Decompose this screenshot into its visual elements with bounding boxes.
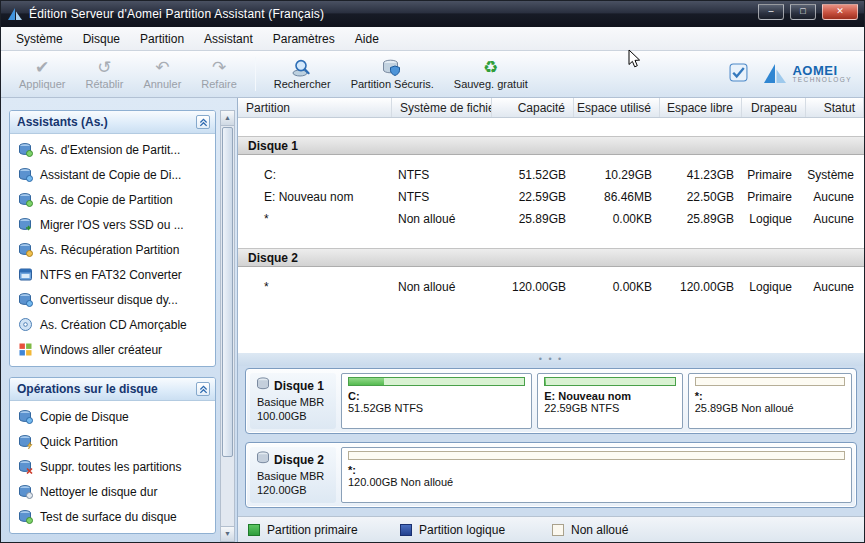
sidebar-item-disk-surface-test[interactable]: Test de surface du disque (10, 504, 215, 529)
redo-button[interactable]: Refaire ↷ Refaire (191, 53, 246, 95)
partition-row-c[interactable]: C: NTFS 51.52GB 10.29GB 41.23GB Primaire… (238, 164, 864, 186)
collapse-icon[interactable] (196, 115, 210, 129)
disk-group-header-1[interactable]: Disque 1 (238, 136, 864, 155)
undo-label: Annuler (143, 78, 181, 90)
disk-1-info[interactable]: Disque 1 Basique MBR 100.00GB (250, 373, 336, 429)
partition-block-e[interactable]: E: Nouveau nom 22.59GB NTFS (537, 373, 683, 429)
panel-wizards-title: Assistants (As.) (17, 115, 108, 129)
sidebar-item-partition-copy-wizard[interactable]: As. de Copie de Partition (10, 187, 215, 212)
legend-primary: Partition primaire (248, 523, 400, 537)
partition-block-unallocated-2[interactable]: *: 120.00GB Non alloué (341, 447, 852, 503)
maximize-button[interactable]: □ (790, 4, 816, 20)
disk-1-type: Basique MBR (256, 396, 334, 408)
migrate-icon (18, 217, 33, 232)
disk-2-info[interactable]: Disque 2 Basique MBR 120.00GB (250, 447, 336, 503)
disk-2-type: Basique MBR (256, 470, 334, 482)
scrollbar-thumb[interactable] (222, 127, 233, 457)
menubar: Système Disque Partition Assistant Param… (1, 27, 864, 51)
minimize-button[interactable]: – (758, 4, 784, 20)
legend-primary-swatch (248, 524, 260, 536)
aomei-logo-icon (762, 63, 788, 85)
disk-copy-icon (18, 409, 33, 424)
quick-partition-icon (18, 434, 33, 449)
scroll-up-icon[interactable]: ▲ (221, 111, 234, 126)
wizard-disk-icon (18, 142, 33, 157)
feedback-checkbox-icon[interactable] (729, 63, 748, 85)
partition-row-unallocated-2[interactable]: * Non alloué 120.00GB 0.00KB 120.00GB Lo… (238, 276, 864, 298)
legend-logical: Partition logique (400, 523, 552, 537)
sidebar-item-bootable-cd-wizard[interactable]: As. Création CD Amorçable (10, 312, 215, 337)
sidebar-scrollbar[interactable]: ▲ ▼ (220, 110, 235, 542)
legend-unallocated-swatch (552, 524, 564, 536)
menu-disque[interactable]: Disque (74, 29, 129, 49)
sidebar-item-migrate-os-to-ssd[interactable]: Migrer l'OS vers SSD ou ... (10, 212, 215, 237)
window-controls: – □ ✕ (758, 1, 858, 27)
disk-icon (256, 451, 270, 468)
brand-tagline: TECHNOLOGY (792, 77, 852, 84)
sidebar-item-extend-partition-wizard[interactable]: As. d'Extension de Partit... (10, 137, 215, 162)
scroll-down-icon[interactable]: ▼ (221, 526, 234, 541)
partition-block-unallocated-1[interactable]: *: 25.89GB Non alloué (688, 373, 852, 429)
converter-icon (18, 267, 33, 282)
redo-arrow-icon: ↷ (212, 59, 226, 77)
undo-icon: ↶ (155, 59, 169, 77)
disk-panel-1: Disque 1 Basique MBR 100.00GB C: 51.52GB… (245, 368, 857, 434)
secure-partition-label: Partition Sécuris. (351, 78, 434, 90)
usage-bar (695, 377, 845, 386)
sidebar: Assistants (As.) As. d'Extension de Part… (1, 98, 237, 542)
wipe-icon (18, 484, 33, 499)
sidebar-item-disk-copy[interactable]: Copie de Disque (10, 404, 215, 429)
collapse-icon[interactable] (196, 382, 210, 396)
column-free-space[interactable]: Espace libre (660, 98, 742, 117)
column-status[interactable]: Statut (806, 98, 864, 117)
discard-button[interactable]: ↺ Rétablir (75, 53, 133, 95)
splitter-handle[interactable]: • • • (238, 353, 864, 366)
column-capacity[interactable]: Capacité (492, 98, 574, 117)
free-backup-button[interactable]: ♻ Sauveg. gratuit (444, 53, 538, 95)
sidebar-item-ntfs-to-fat32-converter[interactable]: NTFS en FAT32 Converter (10, 262, 215, 287)
app-window: Édition Serveur d'Aomei Partition Assist… (0, 0, 865, 543)
disk-map: Disque 1 Basique MBR 100.00GB C: 51.52GB… (238, 366, 864, 516)
undo-button[interactable]: ↶ Annuler (133, 53, 191, 95)
panel-disk-operations: Opérations sur le disque Copie de Disque (9, 377, 216, 534)
sidebar-item-quick-partition[interactable]: Quick Partition (10, 429, 215, 454)
splitter-dots-icon: • • • (539, 357, 563, 362)
partition-row-e[interactable]: E: Nouveau nom NTFS 22.59GB 86.46MB 22.5… (238, 186, 864, 208)
apply-check-icon: ✔ (35, 59, 49, 77)
disk-icon (256, 377, 270, 394)
sidebar-item-delete-all-partitions[interactable]: Suppr. toutes les partitions (10, 454, 215, 479)
column-filesystem[interactable]: Système de fichier (392, 98, 492, 117)
apply-button[interactable]: ✔ Appliquer (9, 53, 75, 95)
main-area: Partition Système de fichier Capacité Es… (237, 98, 864, 542)
menu-aide[interactable]: Aide (346, 29, 388, 49)
disk-group-header-2[interactable]: Disque 2 (238, 248, 864, 267)
sidebar-item-wipe-hard-drive[interactable]: Nettoyer le disque dur (10, 479, 215, 504)
column-partition[interactable]: Partition (238, 98, 392, 117)
rescan-label: Rechercher (274, 78, 331, 90)
disk-1-size: 100.00GB (256, 410, 334, 422)
column-used-space[interactable]: Espace utilisé (574, 98, 660, 117)
legend-unallocated: Non alloué (552, 523, 704, 537)
partition-block-c[interactable]: C: 51.52GB NTFS (341, 373, 532, 429)
panel-wizards-header[interactable]: Assistants (As.) (10, 111, 215, 134)
rescan-button[interactable]: Rechercher (264, 53, 341, 95)
menu-partition[interactable]: Partition (131, 29, 193, 49)
sidebar-item-windows-to-go-creator[interactable]: Windows aller créateur (10, 337, 215, 362)
sidebar-item-partition-recovery-wizard[interactable]: As. Récupération Partition (10, 237, 215, 262)
menu-parametres[interactable]: Paramètres (264, 29, 344, 49)
sidebar-item-dynamic-disk-converter[interactable]: Convertisseur disque dy... (10, 287, 215, 312)
titlebar: Édition Serveur d'Aomei Partition Assist… (1, 1, 864, 27)
menu-systeme[interactable]: Système (7, 29, 72, 49)
menu-assistant[interactable]: Assistant (195, 29, 262, 49)
table-header: Partition Système de fichier Capacité Es… (238, 98, 864, 118)
discard-icon: ↺ (97, 59, 111, 77)
search-icon (292, 58, 312, 77)
panel-disk-operations-header[interactable]: Opérations sur le disque (10, 378, 215, 401)
sidebar-item-disk-copy-wizard[interactable]: Assistant de Copie de Di... (10, 162, 215, 187)
partition-row-unallocated-1[interactable]: * Non alloué 25.89GB 0.00KB 25.89GB Logi… (238, 208, 864, 230)
recycle-backup-icon: ♻ (483, 59, 498, 77)
column-flag[interactable]: Drapeau (742, 98, 806, 117)
close-button[interactable]: ✕ (822, 4, 858, 20)
recovery-icon (18, 242, 33, 257)
secure-partition-button[interactable]: Partition Sécuris. (341, 53, 444, 95)
